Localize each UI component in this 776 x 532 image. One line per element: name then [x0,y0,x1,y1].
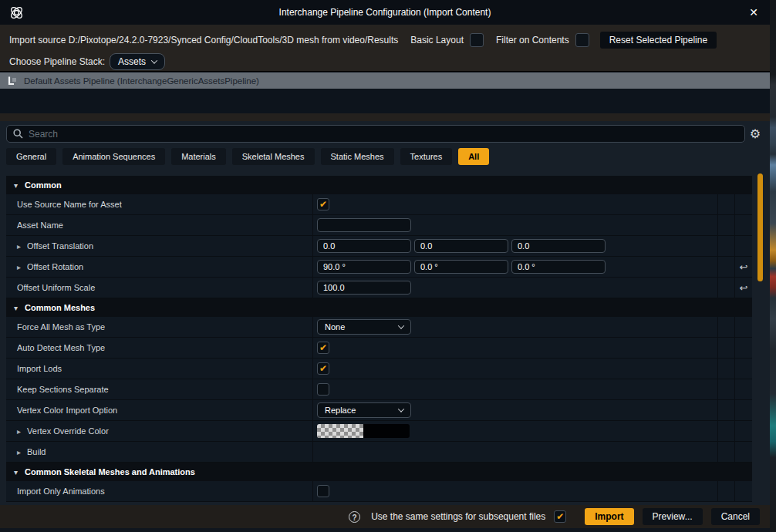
color-swatch[interactable] [317,424,410,438]
property-row: ▸Offset Translation [6,236,752,257]
basic-layout-checkbox[interactable] [470,33,484,47]
help-icon[interactable]: ? [349,511,360,523]
checkbox[interactable]: ✔ [317,362,329,375]
dropdown-value: None [325,322,345,332]
expander-icon[interactable]: ▸ [17,242,21,251]
section-header[interactable]: ▾Common [6,176,752,194]
tab-animation-sequences[interactable]: Animation Sequences [62,148,165,165]
row-reset-cell: ↩ [734,278,752,298]
text-input[interactable] [317,218,411,232]
section-header[interactable]: ▾Common Meshes [6,298,752,317]
property-name-cell: Vertex Color Import Option [6,400,312,420]
vertical-scrollbar[interactable] [757,173,763,281]
row-reset-cell [734,481,752,501]
reset-selected-pipeline-button[interactable]: Reset Selected Pipeline [600,32,717,49]
property-name-cell: Auto Detect Mesh Type [6,338,312,358]
number-input[interactable] [317,281,411,295]
vector-field[interactable] [414,239,508,253]
property-row: Import Only Animations [6,481,752,502]
reset-to-default-icon[interactable]: ↩ [740,282,748,294]
subsequent-files-checkbox[interactable]: ✔ [554,510,566,523]
property-label: Auto Detect Mesh Type [17,343,105,352]
expander-icon[interactable]: ▸ [17,263,21,271]
section-collapse-icon: ▾ [14,468,18,476]
row-reset-cell [734,194,752,214]
property-name-cell: Force All Mesh as Type [6,317,312,337]
dropdown[interactable]: Replace [317,402,411,418]
check-icon: ✔ [319,342,327,353]
tab-textures[interactable]: Textures [400,148,453,165]
tab-general[interactable]: General [6,148,56,165]
settings-gear-icon[interactable]: ⚙ [745,125,765,143]
tab-static-meshes[interactable]: Static Meshes [321,148,394,165]
filter-tabs: GeneralAnimation SequencesMaterialsSkele… [6,148,489,165]
pipeline-item-label: Default Assets Pipeline (InterchangeGene… [24,76,259,86]
pipeline-list-item-selected[interactable]: Default Assets Pipeline (InterchangeGene… [0,72,770,89]
import-button[interactable]: Import [585,508,633,525]
pipeline-stack-value: Assets [118,56,146,67]
row-reset-cell [734,317,752,337]
property-value-cell [312,236,717,256]
checkbox[interactable]: ✔ [317,342,329,354]
row-extra-cell [717,359,734,379]
property-name-cell: ▸Offset Rotation [6,257,312,277]
property-row: Auto Detect Mesh Type✔ [6,338,752,359]
property-value-cell [312,379,717,399]
dropdown[interactable]: None [317,319,411,335]
tab-skeletal-meshes[interactable]: Skeletal Meshes [232,148,315,165]
section-collapse-icon: ▾ [14,304,18,312]
cancel-button[interactable]: Cancel [711,508,760,525]
interchange-dialog: Interchange Pipeline Configuration (Impo… [0,0,770,532]
row-extra-cell [717,481,734,501]
chevron-down-icon [398,322,404,328]
pipeline-icon [7,76,18,86]
chevron-down-icon [398,406,404,412]
pipeline-stack-dropdown[interactable]: Assets [110,53,165,70]
checkbox[interactable] [317,485,329,497]
property-label: Vertex Color Import Option [17,406,117,415]
vector-field[interactable] [511,239,606,253]
vector-field[interactable] [414,260,508,274]
close-icon[interactable]: ✕ [747,5,761,19]
row-reset-cell [734,379,752,399]
import-source-text: Import source D:/Pixotope/24.2.0-7923/Sy… [9,35,398,45]
vector-field[interactable] [317,239,411,253]
property-label: Vertex Override Color [27,426,109,436]
tab-all[interactable]: All [458,148,489,165]
vector-field[interactable] [511,260,606,274]
check-icon: ✔ [319,199,327,210]
property-value-cell [312,278,717,298]
section-title: Common Skeletal Meshes and Animations [25,467,195,476]
tab-materials[interactable]: Materials [171,148,226,165]
search-input[interactable] [29,129,738,140]
property-row: Keep Sections Separate [6,379,752,400]
property-label: Offset Uniform Scale [17,283,95,292]
property-row: ▸Offset Rotation↩ [6,257,752,278]
property-value-cell [312,442,717,462]
expander-icon[interactable]: ▸ [17,427,21,436]
property-value-cell [312,215,717,235]
property-name-cell: ▸Build [6,442,312,462]
checkbox[interactable] [317,383,329,396]
section-header[interactable]: ▾Common Skeletal Meshes and Animations [6,463,752,481]
preview-button[interactable]: Preview... [643,508,703,525]
property-row: Offset Uniform Scale↩ [6,278,752,298]
search-box[interactable] [6,125,745,143]
property-row: Asset Name [6,215,752,236]
reset-to-default-icon[interactable]: ↩ [740,261,748,273]
vector-field[interactable] [317,260,411,274]
checkbox[interactable]: ✔ [317,198,329,210]
row-extra-cell [717,257,734,277]
row-reset-cell [734,421,752,441]
row-extra-cell [717,317,734,337]
property-name-cell: Use Source Name for Asset [6,194,312,214]
property-name-cell: Import Only Animations [6,481,312,501]
filter-on-contents-checkbox[interactable] [575,33,589,47]
title-bar: Interchange Pipeline Configuration (Impo… [0,0,770,25]
footer-bar: ? Use the same settings for subsequent f… [0,505,770,528]
property-label: Keep Sections Separate [17,385,109,394]
expander-icon[interactable]: ▸ [17,448,21,456]
property-row: ▸Vertex Override Color [6,421,752,442]
row-reset-cell [734,442,752,462]
property-name-cell: Import Lods [6,359,312,379]
